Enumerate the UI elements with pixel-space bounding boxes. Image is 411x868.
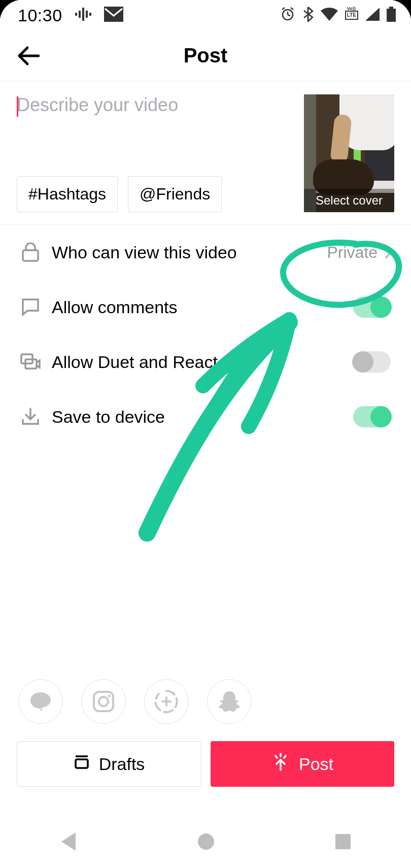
nav-home-button[interactable]	[197, 832, 215, 853]
caption-placeholder: Describe your video	[17, 94, 178, 116]
mail-icon	[104, 7, 123, 24]
svg-point-20	[108, 695, 111, 697]
svg-rect-30	[335, 834, 351, 849]
cover-label: Select cover	[304, 189, 394, 212]
status-time: 10:30	[18, 6, 62, 25]
status-bar: 10:30	[0, 0, 411, 30]
svg-rect-5	[104, 7, 123, 22]
duet-icon	[20, 352, 41, 372]
save-label: Save to device	[52, 407, 353, 427]
post-settings: Who can view this video Private Allow co…	[0, 225, 411, 444]
cover-thumbnail[interactable]: Select cover	[304, 94, 394, 212]
download-icon	[20, 407, 41, 427]
save-toggle[interactable]	[353, 406, 391, 427]
comments-row: Allow comments	[20, 280, 391, 335]
privacy-row[interactable]: Who can view this video Private	[20, 225, 391, 280]
svg-line-8	[288, 15, 290, 16]
share-instagram-button[interactable]	[81, 679, 126, 724]
share-row	[0, 679, 411, 724]
lock-icon	[20, 242, 41, 262]
svg-point-29	[198, 833, 214, 850]
drafts-label: Drafts	[99, 754, 145, 774]
post-button[interactable]: Post	[211, 741, 394, 787]
svg-rect-2	[86, 11, 88, 18]
post-label: Post	[299, 754, 333, 774]
hashtags-label: #Hashtags	[28, 185, 106, 204]
wifi-icon	[321, 8, 338, 23]
android-navbar	[0, 817, 411, 868]
friends-chip[interactable]: @Friends	[128, 176, 222, 212]
save-row: Save to device	[20, 389, 391, 444]
duet-toggle[interactable]	[353, 351, 391, 373]
volte-icon: Vo))LTE	[345, 11, 358, 20]
bluetooth-icon	[302, 6, 314, 24]
alarm-icon	[280, 7, 295, 24]
svg-line-28	[284, 756, 286, 758]
comments-label: Allow comments	[52, 297, 353, 317]
drafts-icon	[74, 754, 90, 774]
share-snapchat-button[interactable]	[207, 679, 252, 724]
app-header: Post	[0, 30, 411, 81]
svg-rect-14	[23, 250, 38, 261]
privacy-value: Private	[327, 243, 391, 262]
share-message-button[interactable]	[18, 679, 63, 724]
svg-point-19	[99, 697, 108, 706]
svg-rect-18	[94, 692, 113, 711]
svg-rect-4	[89, 13, 91, 16]
svg-rect-3	[75, 13, 77, 16]
duet-label: Allow Duet and React	[52, 352, 353, 372]
drafts-button[interactable]: Drafts	[17, 741, 201, 787]
svg-line-10	[291, 8, 293, 10]
privacy-label: Who can view this video	[52, 243, 327, 262]
svg-rect-1	[79, 11, 81, 18]
friends-label: @Friends	[140, 185, 210, 204]
page-title: Post	[184, 44, 228, 67]
svg-line-27	[276, 756, 277, 758]
action-buttons: Drafts Post	[0, 741, 411, 787]
caption-input[interactable]: Describe your video	[17, 94, 304, 155]
duet-row: Allow Duet and React	[20, 335, 391, 389]
signal-icon	[365, 8, 380, 23]
back-button[interactable]	[15, 43, 41, 69]
share-status-button[interactable]	[144, 679, 189, 724]
voice-icon	[75, 6, 92, 25]
compose-area: Describe your video #Hashtags @Friends S…	[0, 81, 411, 225]
nav-back-button[interactable]	[59, 831, 78, 854]
comment-icon	[20, 297, 41, 317]
svg-line-9	[282, 8, 285, 10]
post-icon	[271, 753, 290, 775]
nav-recent-button[interactable]	[334, 833, 352, 852]
hashtags-chip[interactable]: #Hashtags	[17, 176, 118, 212]
svg-rect-24	[76, 759, 88, 768]
svg-rect-0	[82, 8, 84, 21]
comments-toggle[interactable]	[353, 296, 391, 318]
chevron-right-icon	[380, 246, 392, 258]
